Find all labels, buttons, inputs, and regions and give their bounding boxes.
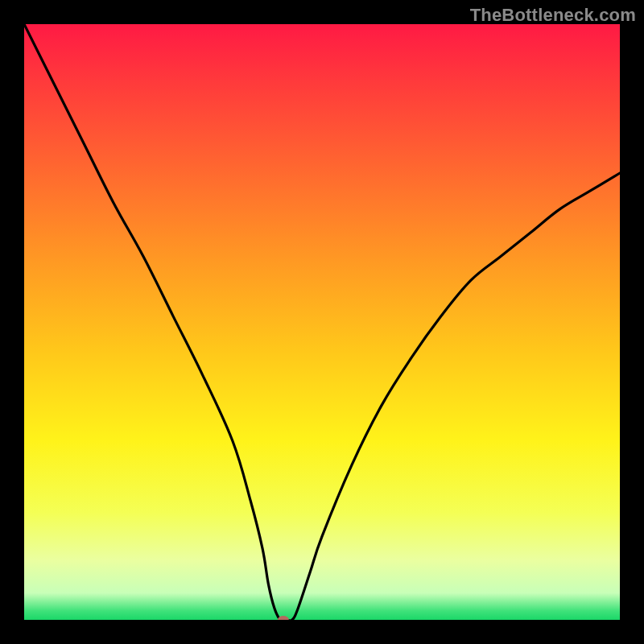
chart-frame: TheBottleneck.com xyxy=(0,0,644,644)
watermark-text: TheBottleneck.com xyxy=(470,5,636,26)
chart-svg xyxy=(24,24,620,620)
plot-area xyxy=(24,24,620,620)
gradient-background xyxy=(24,24,620,620)
